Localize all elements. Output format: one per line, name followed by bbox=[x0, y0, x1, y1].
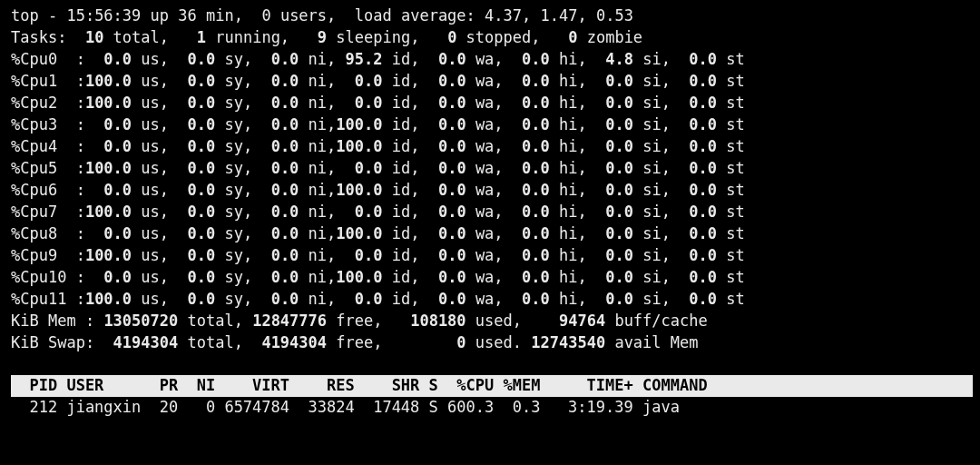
process-table-header: PID USER PR NI VIRT RES SHR S %CPU %MEM … bbox=[11, 375, 973, 397]
blank-line bbox=[11, 354, 973, 376]
tasks-summary: Tasks: 10 total, 1 running, 9 sleeping, … bbox=[11, 27, 973, 49]
cpu-line-2: %Cpu2 :100.0 us, 0.0 sy, 0.0 ni, 0.0 id,… bbox=[11, 93, 973, 114]
top-summary: top - 15:56:39 up 36 min, 0 users, load … bbox=[11, 5, 973, 27]
cpu-line-7: %Cpu7 :100.0 us, 0.0 sy, 0.0 ni, 0.0 id,… bbox=[11, 202, 973, 223]
cpu-line-1: %Cpu1 :100.0 us, 0.0 sy, 0.0 ni, 0.0 id,… bbox=[11, 71, 973, 93]
cpu-line-3: %Cpu3 : 0.0 us, 0.0 sy, 0.0 ni,100.0 id,… bbox=[11, 114, 973, 136]
cpu-line-8: %Cpu8 : 0.0 us, 0.0 sy, 0.0 ni,100.0 id,… bbox=[11, 223, 973, 245]
cpu-line-6: %Cpu6 : 0.0 us, 0.0 sy, 0.0 ni,100.0 id,… bbox=[11, 180, 973, 202]
cpu-line-5: %Cpu5 :100.0 us, 0.0 sy, 0.0 ni, 0.0 id,… bbox=[11, 158, 973, 180]
mem-line: KiB Mem : 13050720 total, 12847776 free,… bbox=[11, 311, 973, 332]
cpu-line-9: %Cpu9 :100.0 us, 0.0 sy, 0.0 ni, 0.0 id,… bbox=[11, 245, 973, 267]
cpu-line-11: %Cpu11 :100.0 us, 0.0 sy, 0.0 ni, 0.0 id… bbox=[11, 289, 973, 311]
cpu-line-4: %Cpu4 : 0.0 us, 0.0 sy, 0.0 ni,100.0 id,… bbox=[11, 136, 973, 158]
process-row: 212 jiangxin 20 0 6574784 33824 17448 S … bbox=[11, 397, 973, 419]
cpu-line-10: %Cpu10 : 0.0 us, 0.0 sy, 0.0 ni,100.0 id… bbox=[11, 267, 973, 289]
swap-line: KiB Swap: 4194304 total, 4194304 free, 0… bbox=[11, 332, 973, 354]
cpu-line-0: %Cpu0 : 0.0 us, 0.0 sy, 0.0 ni, 95.2 id,… bbox=[11, 49, 973, 71]
